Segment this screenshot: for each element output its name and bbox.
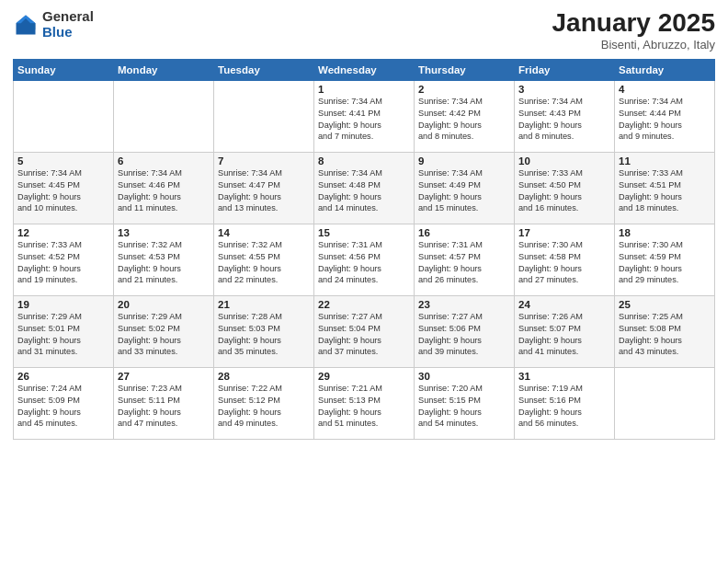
calendar-cell-w1-d4: 1Sunrise: 7:34 AM Sunset: 4:41 PM Daylig… (314, 80, 415, 152)
day-number-w4-d6: 24 (518, 299, 610, 310)
day-number-w2-d6: 10 (518, 155, 610, 167)
day-info-w4-d6: Sunrise: 7:26 AM Sunset: 5:07 PM Dayligh… (518, 311, 610, 359)
day-number-w2-d4: 8 (318, 155, 410, 167)
day-info-w5-d1: Sunrise: 7:24 AM Sunset: 5:09 PM Dayligh… (17, 383, 109, 431)
day-number-w4-d5: 23 (418, 299, 510, 310)
day-info-w2-d7: Sunrise: 7:33 AM Sunset: 4:51 PM Dayligh… (619, 167, 711, 215)
day-info-w2-d6: Sunrise: 7:33 AM Sunset: 4:50 PM Dayligh… (518, 167, 610, 215)
calendar-cell-w3-d6: 17Sunrise: 7:30 AM Sunset: 4:58 PM Dayli… (515, 224, 615, 295)
logo-icon (13, 12, 39, 38)
calendar-cell-w1-d5: 2Sunrise: 7:34 AM Sunset: 4:42 PM Daylig… (415, 80, 515, 152)
col-sunday: Sunday (14, 59, 114, 80)
calendar-cell-w2-d2: 6Sunrise: 7:34 AM Sunset: 4:46 PM Daylig… (114, 152, 214, 224)
day-number-w2-d7: 11 (619, 155, 711, 167)
day-info-w3-d2: Sunrise: 7:32 AM Sunset: 4:53 PM Dayligh… (118, 239, 210, 287)
calendar-cell-w3-d2: 13Sunrise: 7:32 AM Sunset: 4:53 PM Dayli… (114, 224, 214, 295)
day-info-w1-d4: Sunrise: 7:34 AM Sunset: 4:41 PM Dayligh… (318, 96, 410, 144)
day-info-w4-d2: Sunrise: 7:29 AM Sunset: 5:02 PM Dayligh… (118, 311, 210, 359)
col-thursday: Thursday (415, 59, 515, 80)
day-info-w2-d4: Sunrise: 7:34 AM Sunset: 4:48 PM Dayligh… (318, 167, 410, 215)
day-number-w1-d6: 3 (518, 84, 610, 95)
day-number-w4-d4: 22 (318, 299, 410, 310)
day-info-w3-d4: Sunrise: 7:31 AM Sunset: 4:56 PM Dayligh… (318, 239, 410, 287)
logo-text: General Blue (42, 9, 94, 40)
day-number-w1-d5: 2 (418, 84, 510, 95)
logo-general-text: General (42, 9, 94, 25)
day-info-w3-d5: Sunrise: 7:31 AM Sunset: 4:57 PM Dayligh… (418, 239, 510, 287)
day-number-w4-d2: 20 (118, 299, 210, 310)
calendar-cell-w4-d4: 22Sunrise: 7:27 AM Sunset: 5:04 PM Dayli… (314, 295, 415, 367)
month-title: January 2025 (552, 9, 715, 38)
calendar-cell-w3-d5: 16Sunrise: 7:31 AM Sunset: 4:57 PM Dayli… (415, 224, 515, 295)
day-info-w4-d4: Sunrise: 7:27 AM Sunset: 5:04 PM Dayligh… (318, 311, 410, 359)
day-info-w5-d2: Sunrise: 7:23 AM Sunset: 5:11 PM Dayligh… (118, 383, 210, 431)
calendar-week-5: 26Sunrise: 7:24 AM Sunset: 5:09 PM Dayli… (14, 367, 715, 439)
day-number-w2-d3: 7 (218, 155, 310, 167)
calendar-cell-w4-d2: 20Sunrise: 7:29 AM Sunset: 5:02 PM Dayli… (114, 295, 214, 367)
day-info-w3-d3: Sunrise: 7:32 AM Sunset: 4:55 PM Dayligh… (218, 239, 310, 287)
calendar-header-row: Sunday Monday Tuesday Wednesday Thursday… (14, 59, 715, 80)
day-number-w4-d3: 21 (218, 299, 310, 310)
day-number-w2-d2: 6 (118, 155, 210, 167)
calendar-cell-w5-d7 (615, 367, 715, 439)
day-number-w3-d6: 17 (518, 227, 610, 238)
calendar-cell-w5-d5: 30Sunrise: 7:20 AM Sunset: 5:15 PM Dayli… (415, 367, 515, 439)
calendar-cell-w4-d7: 25Sunrise: 7:25 AM Sunset: 5:08 PM Dayli… (615, 295, 715, 367)
day-number-w5-d2: 27 (118, 371, 210, 382)
day-info-w2-d5: Sunrise: 7:34 AM Sunset: 4:49 PM Dayligh… (418, 167, 510, 215)
calendar-table: Sunday Monday Tuesday Wednesday Thursday… (13, 59, 715, 440)
day-number-w2-d5: 9 (418, 155, 510, 167)
calendar-cell-w2-d1: 5Sunrise: 7:34 AM Sunset: 4:45 PM Daylig… (14, 152, 114, 224)
col-wednesday: Wednesday (314, 59, 415, 80)
day-number-w5-d4: 29 (318, 371, 410, 382)
calendar-week-4: 19Sunrise: 7:29 AM Sunset: 5:01 PM Dayli… (14, 295, 715, 367)
calendar-cell-w3-d3: 14Sunrise: 7:32 AM Sunset: 4:55 PM Dayli… (214, 224, 314, 295)
calendar-cell-w4-d1: 19Sunrise: 7:29 AM Sunset: 5:01 PM Dayli… (14, 295, 114, 367)
svg-marker-2 (30, 23, 35, 29)
page: General Blue January 2025 Bisenti, Abruz… (0, 0, 728, 563)
day-info-w4-d5: Sunrise: 7:27 AM Sunset: 5:06 PM Dayligh… (418, 311, 510, 359)
day-info-w1-d6: Sunrise: 7:34 AM Sunset: 4:43 PM Dayligh… (518, 96, 610, 144)
calendar-cell-w1-d3 (214, 80, 314, 152)
day-info-w4-d3: Sunrise: 7:28 AM Sunset: 5:03 PM Dayligh… (218, 311, 310, 359)
col-monday: Monday (114, 59, 214, 80)
day-info-w3-d6: Sunrise: 7:30 AM Sunset: 4:58 PM Dayligh… (518, 239, 610, 287)
day-info-w5-d3: Sunrise: 7:22 AM Sunset: 5:12 PM Dayligh… (218, 383, 310, 431)
day-number-w4-d1: 19 (17, 299, 109, 310)
day-number-w5-d3: 28 (218, 371, 310, 382)
logo-blue-text: Blue (42, 25, 94, 40)
day-info-w3-d7: Sunrise: 7:30 AM Sunset: 4:59 PM Dayligh… (619, 239, 711, 287)
location-subtitle: Bisenti, Abruzzo, Italy (552, 38, 715, 52)
day-number-w3-d2: 13 (118, 227, 210, 238)
calendar-cell-w2-d4: 8Sunrise: 7:34 AM Sunset: 4:48 PM Daylig… (314, 152, 415, 224)
day-info-w4-d7: Sunrise: 7:25 AM Sunset: 5:08 PM Dayligh… (619, 311, 711, 359)
col-saturday: Saturday (615, 59, 715, 80)
calendar-cell-w2-d7: 11Sunrise: 7:33 AM Sunset: 4:51 PM Dayli… (615, 152, 715, 224)
calendar-week-1: 1Sunrise: 7:34 AM Sunset: 4:41 PM Daylig… (14, 80, 715, 152)
calendar-cell-w1-d6: 3Sunrise: 7:34 AM Sunset: 4:43 PM Daylig… (515, 80, 615, 152)
calendar-cell-w3-d4: 15Sunrise: 7:31 AM Sunset: 4:56 PM Dayli… (314, 224, 415, 295)
calendar-cell-w3-d7: 18Sunrise: 7:30 AM Sunset: 4:59 PM Dayli… (615, 224, 715, 295)
calendar-cell-w2-d6: 10Sunrise: 7:33 AM Sunset: 4:50 PM Dayli… (515, 152, 615, 224)
day-number-w5-d5: 30 (418, 371, 510, 382)
calendar-cell-w4-d6: 24Sunrise: 7:26 AM Sunset: 5:07 PM Dayli… (515, 295, 615, 367)
day-number-w3-d3: 14 (218, 227, 310, 238)
header: General Blue January 2025 Bisenti, Abruz… (13, 9, 715, 52)
day-number-w3-d1: 12 (17, 227, 109, 238)
day-info-w5-d5: Sunrise: 7:20 AM Sunset: 5:15 PM Dayligh… (418, 383, 510, 431)
day-info-w2-d2: Sunrise: 7:34 AM Sunset: 4:46 PM Dayligh… (118, 167, 210, 215)
day-info-w2-d1: Sunrise: 7:34 AM Sunset: 4:45 PM Dayligh… (17, 167, 109, 215)
day-number-w1-d4: 1 (318, 84, 410, 95)
day-number-w3-d7: 18 (619, 227, 711, 238)
calendar-week-2: 5Sunrise: 7:34 AM Sunset: 4:45 PM Daylig… (14, 152, 715, 224)
calendar-cell-w5-d6: 31Sunrise: 7:19 AM Sunset: 5:16 PM Dayli… (515, 367, 615, 439)
day-info-w1-d7: Sunrise: 7:34 AM Sunset: 4:44 PM Dayligh… (619, 96, 711, 144)
day-info-w3-d1: Sunrise: 7:33 AM Sunset: 4:52 PM Dayligh… (17, 239, 109, 287)
day-info-w4-d1: Sunrise: 7:29 AM Sunset: 5:01 PM Dayligh… (17, 311, 109, 359)
calendar-week-3: 12Sunrise: 7:33 AM Sunset: 4:52 PM Dayli… (14, 224, 715, 295)
calendar-cell-w2-d5: 9Sunrise: 7:34 AM Sunset: 4:49 PM Daylig… (415, 152, 515, 224)
calendar-cell-w1-d7: 4Sunrise: 7:34 AM Sunset: 4:44 PM Daylig… (615, 80, 715, 152)
calendar-cell-w5-d3: 28Sunrise: 7:22 AM Sunset: 5:12 PM Dayli… (214, 367, 314, 439)
title-section: January 2025 Bisenti, Abruzzo, Italy (552, 9, 715, 52)
day-number-w1-d7: 4 (619, 84, 711, 95)
